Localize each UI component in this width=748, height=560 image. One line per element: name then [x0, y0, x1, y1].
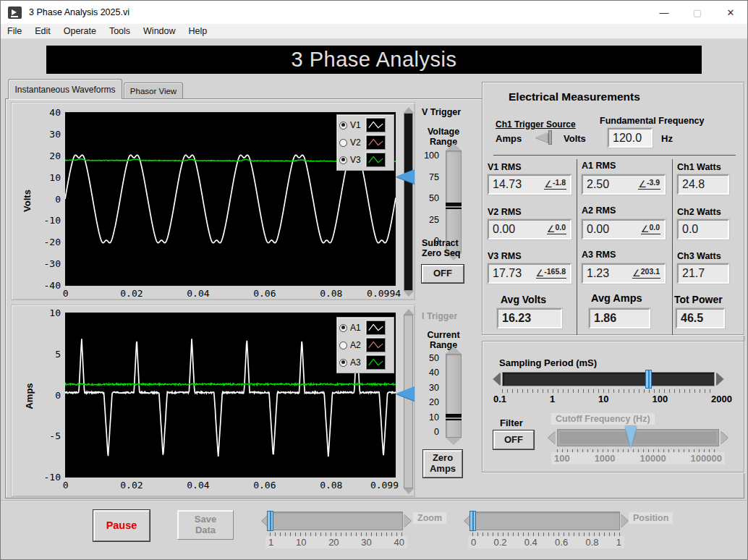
- legend-radio[interactable]: [339, 341, 347, 349]
- legend-row[interactable]: A2: [339, 336, 391, 354]
- menu-operate[interactable]: Operate: [57, 26, 103, 36]
- scroll-up-icon[interactable]: [404, 107, 414, 113]
- position-slider[interactable]: [472, 512, 620, 530]
- ch1-watts-label: Ch1 Watts: [677, 162, 721, 172]
- legend-radio[interactable]: [339, 359, 347, 367]
- sampling-period-label: Sampling Period (mS): [499, 357, 597, 368]
- legend-row[interactable]: V3: [339, 151, 391, 169]
- ch3-watts-value: 21.7: [677, 263, 729, 284]
- i-trigger-level-arrow-icon[interactable]: [396, 386, 415, 401]
- pause-button[interactable]: Pause: [93, 510, 150, 541]
- measurements-header: Electrical Measurements: [509, 90, 640, 103]
- minimize-icon[interactable]: —: [647, 1, 681, 24]
- amps-graph-frame: Amps 1050-5-10 00.020.040.060.080.099 A1…: [11, 305, 415, 497]
- volts-graph-frame: Volts 403020100-10-20-30-40 00.020.040.0…: [11, 102, 415, 300]
- a1-rms-value: 2.50 ∠-3.9: [582, 174, 666, 195]
- legend-swatch-icon[interactable]: [366, 355, 386, 370]
- switch-pointer-icon[interactable]: [535, 132, 548, 143]
- amps-legend: A1A2A3: [336, 317, 394, 373]
- sampling-tick-labels: 0.11101002000: [493, 394, 732, 404]
- slider-right-arrow-icon[interactable]: [721, 431, 728, 444]
- position-thumb[interactable]: [469, 511, 476, 531]
- slider-right-arrow-icon[interactable]: [404, 514, 411, 527]
- legend-radio[interactable]: [339, 324, 347, 332]
- slider-right-arrow-icon[interactable]: [716, 373, 723, 386]
- legend-swatch-icon[interactable]: [366, 153, 386, 167]
- legend-radio[interactable]: [339, 156, 347, 164]
- angle-icon: ∠: [544, 179, 553, 189]
- title-bar: 3 Phase Analysis 2025.vi — ▢ ✕: [1, 1, 747, 24]
- legend-radio[interactable]: [339, 122, 347, 130]
- fundamental-frequency-label: Fundamental Frequency: [600, 116, 704, 126]
- menu-edit[interactable]: Edit: [28, 26, 57, 36]
- hz-unit-label: Hz: [661, 133, 673, 144]
- window-title: 3 Phase Analysis 2025.vi: [29, 7, 129, 17]
- volts-trigger-track[interactable]: [403, 107, 414, 297]
- ch1-watts-value: 24.8: [677, 174, 729, 195]
- sampling-period-thumb[interactable]: [645, 370, 652, 389]
- divider: [577, 159, 577, 335]
- angle-icon: ∠: [638, 179, 647, 189]
- angle-icon: ∠: [641, 224, 650, 234]
- sampling-period-slider[interactable]: [502, 372, 715, 386]
- menu-bar: File Edit Operate Tools Window Help: [1, 24, 747, 39]
- menu-window[interactable]: Window: [137, 26, 182, 36]
- v2-rms-label: V2 RMS: [488, 207, 522, 217]
- menu-file[interactable]: File: [1, 26, 28, 36]
- maximize-icon[interactable]: ▢: [681, 1, 714, 24]
- legend-row[interactable]: A3: [339, 354, 391, 371]
- divider: [493, 155, 736, 156]
- legend-swatch-icon[interactable]: [366, 338, 386, 352]
- legend-swatch-icon[interactable]: [366, 321, 386, 335]
- scroll-up-icon[interactable]: [404, 309, 414, 315]
- scroll-down-icon[interactable]: [404, 291, 414, 297]
- v3-rms-label: V3 RMS: [488, 251, 522, 261]
- slider-right-arrow-icon[interactable]: [621, 514, 628, 527]
- amps-y-ticks: 1050-5-10: [25, 307, 61, 483]
- divider: [1, 500, 747, 501]
- avg-amps-label: Avg Amps: [591, 292, 642, 304]
- v1-rms-value: 14.73 ∠-1.8: [488, 174, 571, 195]
- legend-swatch-icon[interactable]: [366, 118, 386, 132]
- volts-y-ticks: 403020100-10-20-30-40: [25, 107, 61, 291]
- legend-row[interactable]: V2: [339, 134, 391, 151]
- cutoff-frequency-slider[interactable]: [557, 429, 719, 446]
- slider-left-arrow-icon[interactable]: [548, 431, 556, 444]
- zoom-thumb[interactable]: [267, 511, 273, 531]
- legend-row[interactable]: V1: [339, 116, 391, 134]
- filter-off-button[interactable]: OFF: [493, 430, 534, 449]
- ch1-trigger-source-label: Ch1 Trigger Source: [496, 119, 576, 130]
- v3-rms-value: 17.73 ∠-165.8: [488, 263, 571, 284]
- avg-volts-label: Avg Volts: [501, 294, 546, 305]
- amps-trigger-track[interactable]: [403, 309, 414, 494]
- save-data-button[interactable]: Save Data: [177, 510, 234, 540]
- scroll-down-icon[interactable]: [404, 488, 414, 494]
- legend-radio[interactable]: [339, 139, 347, 147]
- close-icon[interactable]: ✕: [714, 1, 747, 24]
- amps-x-ticks: 00.020.040.060.080.099: [65, 480, 396, 491]
- trigger-source-switch[interactable]: [533, 130, 558, 145]
- angle-icon: ∠: [632, 268, 641, 278]
- labview-app-icon: [8, 7, 22, 19]
- ch2-watts-label: Ch2 Watts: [677, 207, 721, 217]
- legend-row[interactable]: A1: [339, 319, 391, 336]
- v-trigger-level-arrow-icon[interactable]: [396, 169, 415, 184]
- tab-instantaneous-waveforms[interactable]: Instantaneous Waveforms: [8, 79, 122, 99]
- angle-icon: ∠: [547, 224, 556, 234]
- cutoff-frequency-label: Cutoff Frequency (Hz): [551, 413, 655, 425]
- avg-amps-value: 1.86: [589, 308, 650, 328]
- zoom-slider[interactable]: [270, 512, 403, 530]
- legend-swatch-icon[interactable]: [366, 135, 386, 150]
- menu-help[interactable]: Help: [182, 26, 214, 36]
- position-tick-labels: 00.20.40.60.81: [468, 536, 624, 548]
- menu-tools[interactable]: Tools: [103, 26, 137, 36]
- filter-label: Filter: [500, 417, 523, 428]
- tab-phasor-view[interactable]: Phasor View: [124, 82, 183, 99]
- slider-left-arrow-icon[interactable]: [493, 373, 501, 386]
- cutoff-pointer-icon[interactable]: [625, 426, 637, 448]
- trigger-source-amps-label: Amps: [496, 133, 522, 144]
- sampling-filter-panel: Sampling Period (mS) 0.11101002000 Filte…: [482, 341, 744, 472]
- sampling-minor-ticks: [502, 389, 715, 393]
- fundamental-frequency-field[interactable]: 120.0: [608, 128, 653, 148]
- ch2-watts-value: 0.0: [677, 219, 729, 239]
